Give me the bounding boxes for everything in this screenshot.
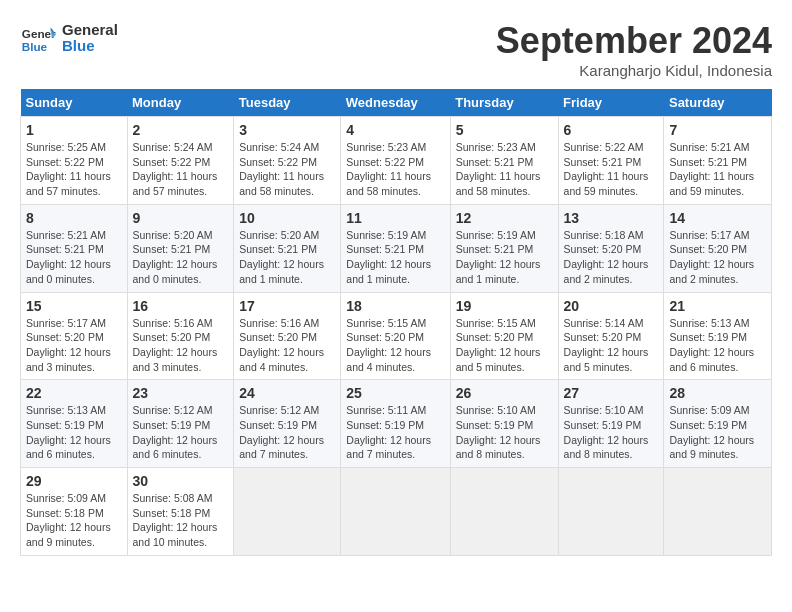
weekday-header: Monday — [127, 89, 234, 117]
month-title: September 2024 — [496, 20, 772, 62]
logo-icon: General Blue — [20, 20, 56, 56]
day-number: 12 — [456, 210, 553, 226]
day-number: 13 — [564, 210, 659, 226]
calendar-cell: 4Sunrise: 5:23 AM Sunset: 5:22 PM Daylig… — [341, 117, 450, 205]
day-number: 16 — [133, 298, 229, 314]
day-number: 23 — [133, 385, 229, 401]
day-detail: Sunrise: 5:17 AM Sunset: 5:20 PM Dayligh… — [26, 316, 122, 375]
calendar-cell: 2Sunrise: 5:24 AM Sunset: 5:22 PM Daylig… — [127, 117, 234, 205]
day-detail: Sunrise: 5:19 AM Sunset: 5:21 PM Dayligh… — [456, 228, 553, 287]
day-number: 24 — [239, 385, 335, 401]
svg-text:Blue: Blue — [22, 40, 48, 53]
page-header: General Blue General Blue September 2024… — [20, 20, 772, 79]
calendar-cell: 12Sunrise: 5:19 AM Sunset: 5:21 PM Dayli… — [450, 204, 558, 292]
calendar-cell — [341, 468, 450, 556]
day-detail: Sunrise: 5:25 AM Sunset: 5:22 PM Dayligh… — [26, 140, 122, 199]
calendar-cell: 20Sunrise: 5:14 AM Sunset: 5:20 PM Dayli… — [558, 292, 664, 380]
day-number: 2 — [133, 122, 229, 138]
day-detail: Sunrise: 5:24 AM Sunset: 5:22 PM Dayligh… — [133, 140, 229, 199]
calendar-cell: 19Sunrise: 5:15 AM Sunset: 5:20 PM Dayli… — [450, 292, 558, 380]
day-number: 17 — [239, 298, 335, 314]
calendar-cell: 9Sunrise: 5:20 AM Sunset: 5:21 PM Daylig… — [127, 204, 234, 292]
calendar-cell: 1Sunrise: 5:25 AM Sunset: 5:22 PM Daylig… — [21, 117, 128, 205]
day-detail: Sunrise: 5:11 AM Sunset: 5:19 PM Dayligh… — [346, 403, 444, 462]
day-detail: Sunrise: 5:22 AM Sunset: 5:21 PM Dayligh… — [564, 140, 659, 199]
calendar-cell: 21Sunrise: 5:13 AM Sunset: 5:19 PM Dayli… — [664, 292, 772, 380]
calendar-cell — [558, 468, 664, 556]
calendar-week-row: 1Sunrise: 5:25 AM Sunset: 5:22 PM Daylig… — [21, 117, 772, 205]
weekday-header: Thursday — [450, 89, 558, 117]
day-number: 21 — [669, 298, 766, 314]
day-number: 9 — [133, 210, 229, 226]
calendar-cell — [234, 468, 341, 556]
calendar-cell: 17Sunrise: 5:16 AM Sunset: 5:20 PM Dayli… — [234, 292, 341, 380]
day-detail: Sunrise: 5:14 AM Sunset: 5:20 PM Dayligh… — [564, 316, 659, 375]
calendar-cell: 16Sunrise: 5:16 AM Sunset: 5:20 PM Dayli… — [127, 292, 234, 380]
calendar-cell: 22Sunrise: 5:13 AM Sunset: 5:19 PM Dayli… — [21, 380, 128, 468]
day-number: 14 — [669, 210, 766, 226]
day-detail: Sunrise: 5:09 AM Sunset: 5:19 PM Dayligh… — [669, 403, 766, 462]
day-detail: Sunrise: 5:16 AM Sunset: 5:20 PM Dayligh… — [239, 316, 335, 375]
title-block: September 2024 Karangharjo Kidul, Indone… — [496, 20, 772, 79]
weekday-header: Sunday — [21, 89, 128, 117]
weekday-header: Tuesday — [234, 89, 341, 117]
day-number: 8 — [26, 210, 122, 226]
day-number: 18 — [346, 298, 444, 314]
day-number: 15 — [26, 298, 122, 314]
calendar-cell: 11Sunrise: 5:19 AM Sunset: 5:21 PM Dayli… — [341, 204, 450, 292]
calendar-cell — [450, 468, 558, 556]
day-number: 4 — [346, 122, 444, 138]
calendar-header-row: SundayMondayTuesdayWednesdayThursdayFrid… — [21, 89, 772, 117]
logo-blue: Blue — [62, 38, 118, 55]
location-subtitle: Karangharjo Kidul, Indonesia — [496, 62, 772, 79]
day-number: 10 — [239, 210, 335, 226]
calendar-cell: 6Sunrise: 5:22 AM Sunset: 5:21 PM Daylig… — [558, 117, 664, 205]
calendar-cell: 25Sunrise: 5:11 AM Sunset: 5:19 PM Dayli… — [341, 380, 450, 468]
weekday-header: Saturday — [664, 89, 772, 117]
day-detail: Sunrise: 5:16 AM Sunset: 5:20 PM Dayligh… — [133, 316, 229, 375]
calendar-cell: 26Sunrise: 5:10 AM Sunset: 5:19 PM Dayli… — [450, 380, 558, 468]
calendar-cell: 13Sunrise: 5:18 AM Sunset: 5:20 PM Dayli… — [558, 204, 664, 292]
day-number: 1 — [26, 122, 122, 138]
logo: General Blue General Blue — [20, 20, 118, 56]
day-number: 29 — [26, 473, 122, 489]
day-number: 6 — [564, 122, 659, 138]
calendar-week-row: 29Sunrise: 5:09 AM Sunset: 5:18 PM Dayli… — [21, 468, 772, 556]
day-number: 11 — [346, 210, 444, 226]
day-detail: Sunrise: 5:21 AM Sunset: 5:21 PM Dayligh… — [26, 228, 122, 287]
day-detail: Sunrise: 5:20 AM Sunset: 5:21 PM Dayligh… — [133, 228, 229, 287]
day-detail: Sunrise: 5:12 AM Sunset: 5:19 PM Dayligh… — [239, 403, 335, 462]
calendar-cell: 18Sunrise: 5:15 AM Sunset: 5:20 PM Dayli… — [341, 292, 450, 380]
calendar-cell: 10Sunrise: 5:20 AM Sunset: 5:21 PM Dayli… — [234, 204, 341, 292]
calendar-week-row: 22Sunrise: 5:13 AM Sunset: 5:19 PM Dayli… — [21, 380, 772, 468]
day-detail: Sunrise: 5:17 AM Sunset: 5:20 PM Dayligh… — [669, 228, 766, 287]
weekday-header: Wednesday — [341, 89, 450, 117]
day-detail: Sunrise: 5:12 AM Sunset: 5:19 PM Dayligh… — [133, 403, 229, 462]
day-detail: Sunrise: 5:10 AM Sunset: 5:19 PM Dayligh… — [456, 403, 553, 462]
calendar-cell — [664, 468, 772, 556]
day-detail: Sunrise: 5:20 AM Sunset: 5:21 PM Dayligh… — [239, 228, 335, 287]
day-number: 3 — [239, 122, 335, 138]
day-number: 27 — [564, 385, 659, 401]
day-detail: Sunrise: 5:15 AM Sunset: 5:20 PM Dayligh… — [346, 316, 444, 375]
weekday-header: Friday — [558, 89, 664, 117]
day-number: 30 — [133, 473, 229, 489]
day-number: 28 — [669, 385, 766, 401]
calendar-cell: 15Sunrise: 5:17 AM Sunset: 5:20 PM Dayli… — [21, 292, 128, 380]
day-number: 22 — [26, 385, 122, 401]
calendar-cell: 27Sunrise: 5:10 AM Sunset: 5:19 PM Dayli… — [558, 380, 664, 468]
day-number: 19 — [456, 298, 553, 314]
day-detail: Sunrise: 5:21 AM Sunset: 5:21 PM Dayligh… — [669, 140, 766, 199]
calendar-cell: 29Sunrise: 5:09 AM Sunset: 5:18 PM Dayli… — [21, 468, 128, 556]
calendar-cell: 28Sunrise: 5:09 AM Sunset: 5:19 PM Dayli… — [664, 380, 772, 468]
calendar-cell: 30Sunrise: 5:08 AM Sunset: 5:18 PM Dayli… — [127, 468, 234, 556]
day-number: 7 — [669, 122, 766, 138]
day-detail: Sunrise: 5:13 AM Sunset: 5:19 PM Dayligh… — [669, 316, 766, 375]
day-number: 20 — [564, 298, 659, 314]
calendar-cell: 24Sunrise: 5:12 AM Sunset: 5:19 PM Dayli… — [234, 380, 341, 468]
day-detail: Sunrise: 5:23 AM Sunset: 5:21 PM Dayligh… — [456, 140, 553, 199]
calendar-cell: 3Sunrise: 5:24 AM Sunset: 5:22 PM Daylig… — [234, 117, 341, 205]
calendar-cell: 8Sunrise: 5:21 AM Sunset: 5:21 PM Daylig… — [21, 204, 128, 292]
day-detail: Sunrise: 5:23 AM Sunset: 5:22 PM Dayligh… — [346, 140, 444, 199]
calendar-cell: 7Sunrise: 5:21 AM Sunset: 5:21 PM Daylig… — [664, 117, 772, 205]
